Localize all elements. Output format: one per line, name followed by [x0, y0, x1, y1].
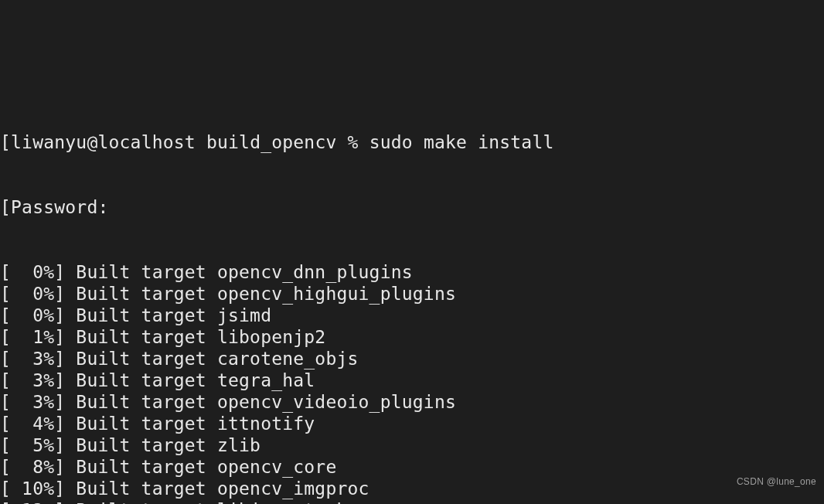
- build-line: [ 12%] Built target libjpeg-turbo: [0, 499, 824, 504]
- prompt-symbol: %: [348, 131, 359, 153]
- build-line: [ 3%] Built target opencv_videoio_plugin…: [0, 391, 824, 413]
- user-host: liwanyu@localhost: [11, 131, 196, 153]
- bracket-open: [: [0, 131, 11, 153]
- build-line: [ 3%] Built target carotene_objs: [0, 348, 824, 369]
- prompt-line: [liwanyu@localhost build_opencv % sudo m…: [0, 131, 824, 153]
- build-line: [ 4%] Built target ittnotify: [0, 413, 824, 434]
- terminal-output[interactable]: [liwanyu@localhost build_opencv % sudo m…: [0, 87, 824, 504]
- build-line: [ 8%] Built target opencv_core: [0, 456, 824, 478]
- command-text: sudo make install: [369, 131, 554, 153]
- build-line: [ 0%] Built target opencv_dnn_plugins: [0, 261, 824, 283]
- build-line: [ 0%] Built target opencv_highgui_plugin…: [0, 283, 824, 305]
- watermark: CSDN @lune_one: [737, 471, 816, 492]
- build-line: [ 10%] Built target opencv_imgproc: [0, 478, 824, 499]
- directory: build_opencv: [206, 131, 337, 153]
- build-line: [ 1%] Built target libopenjp2: [0, 326, 824, 348]
- build-line: [ 3%] Built target tegra_hal: [0, 369, 824, 391]
- password-prompt: [Password:: [0, 196, 824, 218]
- build-line: [ 5%] Built target zlib: [0, 434, 824, 456]
- build-line: [ 0%] Built target jsimd: [0, 305, 824, 326]
